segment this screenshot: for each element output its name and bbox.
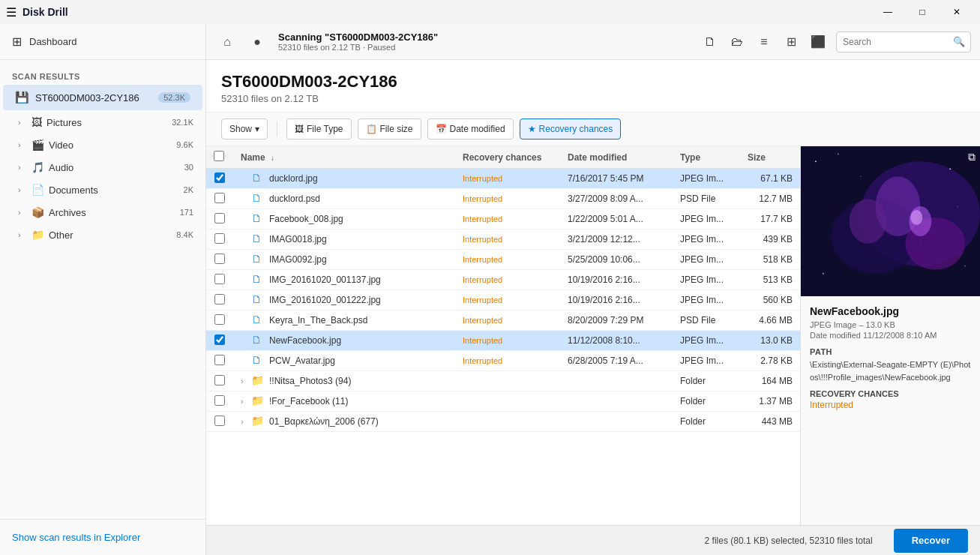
row-checkbox[interactable] (214, 254, 225, 264)
sidebar-item-other[interactable]: › 📁 Other 8.4K (0, 224, 205, 246)
date-modified-filter-button[interactable]: 📅 Date modified (427, 118, 514, 140)
file-type-filter-button[interactable]: 🖼 File Type (286, 118, 351, 140)
table-row[interactable]: 🗋Keyra_In_The_Back.psdInterrupted8/20/20… (206, 310, 800, 331)
row-checkbox[interactable] (214, 375, 225, 386)
row-checkbox[interactable] (214, 355, 225, 365)
recovery-chances-cell: Interrupted (455, 250, 560, 270)
table-row[interactable]: ›📁!!Nitsa_Photos3 (94)Folder164 MB (206, 371, 800, 392)
file-type-icon: 🖼 (295, 124, 304, 134)
search-input[interactable] (836, 32, 971, 52)
documents-count: 2K (184, 185, 193, 194)
preview-external-button[interactable]: ⧉ (968, 151, 976, 164)
file-name: ducklord.jpg (269, 173, 318, 184)
svg-point-12 (823, 273, 824, 274)
page-title: ST6000DM003-2CY186 (221, 72, 965, 92)
sidebar-item-audio[interactable]: › 🎵 Audio 30 (0, 156, 205, 178)
table-row[interactable]: 🗋IMG_20161020_001222.jpgInterrupted10/19… (206, 290, 800, 310)
play-button[interactable]: ● (245, 30, 269, 54)
list-view-button[interactable]: ≡ (752, 30, 776, 54)
table-row[interactable]: ›📁!For_Facebook (11)Folder1.37 MB (206, 392, 800, 412)
titlebar: ☰ Disk Drill — □ ✕ (0, 0, 980, 24)
top-toolbar: ⌂ ● Scanning "ST6000DM003-2CY186" 52310 … (206, 24, 980, 60)
file-size-label: File size (380, 124, 413, 134)
panel-view-button[interactable]: ⬛ (806, 30, 830, 54)
hamburger-icon[interactable]: ☰ (6, 5, 16, 20)
row-checkbox[interactable] (214, 172, 225, 183)
table-row[interactable]: 🗋Facebook_008.jpgInterrupted1/22/2009 5:… (206, 209, 800, 230)
image-file-icon: 🗋 (251, 273, 265, 286)
recovery-chances-cell: Interrupted (455, 290, 560, 310)
expand-arrow-icon[interactable]: › (241, 376, 251, 386)
row-checkbox[interactable] (214, 334, 225, 345)
row-checkbox[interactable] (214, 213, 225, 224)
dashboard-nav-item[interactable]: ⊞ Dashboard (0, 27, 205, 56)
table-row[interactable]: 🗋IMG_20161020_001137.jpgInterrupted10/19… (206, 270, 800, 290)
table-row[interactable]: ›📁01_Βαρκελώνη_2006 (677)Folder443 MB (206, 412, 800, 432)
sidebar-item-documents[interactable]: › 📄 Documents 2K (0, 178, 205, 201)
size-cell: 13.0 KB (740, 331, 800, 351)
row-checkbox[interactable] (214, 274, 225, 284)
app-name: Disk Drill (22, 6, 68, 18)
sidebar-item-pictures[interactable]: › 🖼 Pictures 32.1K (0, 111, 205, 134)
chevron-icon: › (18, 163, 27, 172)
row-checkbox[interactable] (214, 395, 225, 406)
row-checkbox[interactable] (214, 233, 225, 244)
date-modified-label: Date modified (450, 124, 505, 134)
table-row[interactable]: 🗋PCW_Avatar.jpgInterrupted6/28/2005 7:19… (206, 351, 800, 371)
date-modified-cell: 6/28/2005 7:19 A... (560, 351, 673, 371)
recovery-chances-cell (455, 392, 560, 412)
recover-button[interactable]: Recover (894, 529, 968, 553)
size-cell: 2.78 KB (740, 351, 800, 371)
type-cell: JPEG Im... (673, 250, 740, 270)
search-wrapper: 🔍 (836, 32, 971, 52)
expand-arrow-icon[interactable]: › (241, 417, 251, 426)
size-cell: 443 MB (740, 412, 800, 432)
size-cell: 17.7 KB (740, 209, 800, 230)
table-row[interactable]: 🗋IMAG0018.jpgInterrupted3/21/2009 12:12.… (206, 230, 800, 250)
th-name[interactable]: Name ↓ (233, 146, 455, 169)
row-checkbox[interactable] (214, 294, 225, 304)
file-list-container[interactable]: Name ↓ Recovery chances Date modified Ty… (206, 146, 800, 525)
sidebar-item-video[interactable]: › 🎬 Video 9.6K (0, 134, 205, 156)
show-filter-button[interactable]: Show ▾ (221, 118, 268, 140)
row-checkbox[interactable] (214, 416, 225, 426)
table-row[interactable]: 🗋IMAG0092.jpgInterrupted5/25/2009 10:06.… (206, 250, 800, 270)
file-size-icon: 📋 (366, 124, 377, 134)
recovery-chances-cell: Interrupted (455, 351, 560, 371)
file-table: Name ↓ Recovery chances Date modified Ty… (206, 146, 800, 432)
sidebar-item-archives[interactable]: › 📦 Archives 171 (0, 201, 205, 224)
file-name: IMAG0018.jpg (269, 234, 327, 244)
th-size: Size (740, 146, 800, 169)
show-explorer-button[interactable]: Show scan results in Explorer (12, 529, 193, 546)
select-all-checkbox[interactable] (214, 151, 224, 161)
scan-title: Scanning "ST6000DM003-2CY186" (278, 32, 692, 43)
recovery-chances-cell: Interrupted (455, 209, 560, 230)
date-modified-icon: 📅 (436, 124, 447, 134)
folder-icon: 📁 (251, 415, 265, 428)
documents-icon: 📄 (31, 184, 44, 196)
expand-arrow-icon[interactable]: › (241, 397, 251, 406)
open-folder-button[interactable]: 🗁 (725, 30, 749, 54)
table-row[interactable]: 🗋NewFacebook.jpgInterrupted11/12/2008 8:… (206, 331, 800, 351)
file-name: Keyra_In_The_Back.psd (269, 315, 367, 326)
drive-icon: 💾 (15, 91, 29, 104)
table-row[interactable]: 🗋ducklord.psdInterrupted3/27/2009 8:09 A… (206, 189, 800, 209)
minimize-button[interactable]: — (871, 0, 905, 24)
row-checkbox[interactable] (214, 193, 225, 203)
drive-item[interactable]: 💾 ST6000DM003-2CY186 52.3K (3, 85, 202, 110)
recovery-filter-button[interactable]: ★ Recovery chances (520, 118, 622, 140)
close-button[interactable]: ✕ (940, 0, 974, 24)
home-button[interactable]: ⌂ (215, 30, 239, 54)
file-name: ducklord.psd (269, 194, 320, 204)
row-checkbox[interactable] (214, 314, 225, 325)
grid-view-button[interactable]: ⊞ (779, 30, 803, 54)
new-file-button[interactable]: 🗋 (698, 30, 722, 54)
table-row[interactable]: 🗋ducklord.jpgInterrupted7/16/2017 5:45 P… (206, 169, 800, 189)
video-count: 9.6K (176, 140, 193, 149)
date-modified-cell: 10/19/2016 2:16... (560, 290, 673, 310)
type-cell: Folder (673, 371, 740, 392)
maximize-button[interactable]: □ (905, 0, 940, 24)
filter-separator (277, 122, 277, 136)
date-modified-cell: 5/25/2009 10:06... (560, 250, 673, 270)
file-size-filter-button[interactable]: 📋 File size (358, 118, 421, 140)
